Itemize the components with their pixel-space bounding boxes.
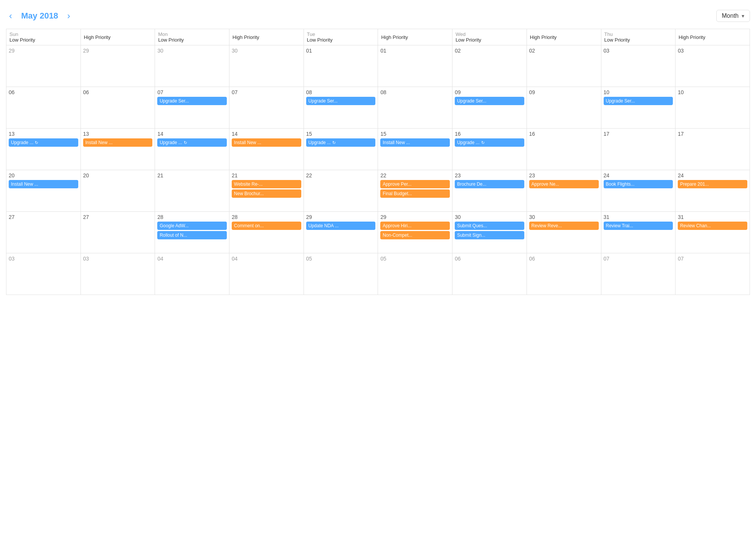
event-label: Install New ... bbox=[234, 140, 261, 145]
date-number: 13 bbox=[83, 131, 153, 137]
calendar-event[interactable]: Comment on... bbox=[232, 222, 301, 230]
calendar-cell: 16 bbox=[527, 129, 601, 170]
date-number: 22 bbox=[380, 172, 450, 178]
col-wed-low: Wed Low Priority bbox=[452, 29, 527, 45]
calendar-cell: 07 bbox=[675, 253, 750, 295]
date-number: 27 bbox=[83, 214, 153, 220]
calendar-event[interactable]: Book Flights... bbox=[604, 180, 673, 188]
view-label: Month bbox=[722, 12, 739, 19]
week-row-2: 13Upgrade ...↻13Install New ...14Upgrade… bbox=[6, 129, 750, 170]
calendar-event[interactable]: Non-Compet... bbox=[380, 231, 450, 239]
event-label: Approve Ne... bbox=[531, 182, 559, 187]
calendar-cell: 13Upgrade ...↻ bbox=[6, 129, 81, 170]
date-number: 03 bbox=[678, 48, 747, 54]
date-number: 06 bbox=[455, 256, 524, 262]
next-month-button[interactable]: › bbox=[64, 9, 73, 23]
calendar-cell: 08Upgrade Ser... bbox=[304, 87, 378, 129]
calendar-event[interactable]: Install New ... bbox=[83, 138, 153, 147]
calendar-event[interactable]: Upgrade Ser... bbox=[455, 97, 524, 105]
calendar-event[interactable]: Rollout of N... bbox=[157, 231, 227, 239]
event-label: Prepare 201... bbox=[680, 182, 709, 187]
date-number: 20 bbox=[83, 172, 153, 178]
header-left: ‹ May 2018 › bbox=[6, 9, 73, 23]
date-number: 14 bbox=[157, 131, 227, 137]
calendar-event[interactable]: Install New ... bbox=[9, 180, 78, 188]
date-number: 09 bbox=[455, 89, 524, 95]
date-number: 15 bbox=[306, 131, 376, 137]
calendar-cell: 17 bbox=[601, 129, 675, 170]
date-number: 06 bbox=[9, 89, 78, 95]
calendar-event[interactable]: Upgrade Ser... bbox=[604, 97, 673, 105]
calendar-event[interactable]: Website Re-... bbox=[232, 180, 301, 188]
calendar-event[interactable]: Upgrade Ser... bbox=[306, 97, 376, 105]
event-label: Upgrade ... bbox=[11, 140, 33, 145]
priority-sun-high: High Priority bbox=[84, 34, 152, 40]
date-number: 30 bbox=[529, 214, 599, 220]
date-number: 06 bbox=[529, 256, 599, 262]
calendar-event[interactable]: Google AdW... bbox=[157, 222, 227, 230]
view-selector[interactable]: Month ▾ bbox=[716, 10, 750, 22]
date-number: 27 bbox=[9, 214, 78, 220]
date-number: 24 bbox=[678, 172, 747, 178]
calendar-cell: 03 bbox=[601, 45, 675, 87]
calendar-event[interactable]: Install New ... bbox=[232, 138, 301, 147]
calendar-cell: 14Upgrade ...↻ bbox=[155, 129, 229, 170]
refresh-icon: ↻ bbox=[35, 140, 38, 145]
event-label: Upgrade Ser... bbox=[457, 98, 486, 104]
day-name-sun: Sun bbox=[9, 31, 77, 37]
week-row-3: 20Install New ...202121Website Re-...New… bbox=[6, 170, 750, 212]
calendar-cell: 09 bbox=[527, 87, 601, 129]
calendar-cell: 05 bbox=[304, 253, 378, 295]
date-number: 15 bbox=[380, 131, 450, 137]
event-label: Comment on... bbox=[234, 223, 264, 228]
calendar-grid: Sun Low Priority High Priority Mon Low P… bbox=[6, 29, 750, 295]
calendar-event[interactable]: Submit Ques... bbox=[455, 222, 524, 230]
event-label: Final Budget... bbox=[383, 191, 412, 196]
calendar-event[interactable]: Upgrade ...↻ bbox=[455, 138, 524, 147]
event-label: Rollout of N... bbox=[160, 233, 187, 238]
calendar-cell: 10Upgrade Ser... bbox=[601, 87, 675, 129]
calendar-cell: 28Comment on... bbox=[229, 212, 304, 253]
calendar-event[interactable]: Install New ... bbox=[380, 138, 450, 147]
calendar-event[interactable]: Upgrade ...↻ bbox=[157, 138, 227, 147]
priority-tue-high: High Priority bbox=[381, 34, 449, 40]
refresh-icon: ↻ bbox=[332, 140, 336, 145]
date-number: 23 bbox=[529, 172, 599, 178]
date-number: 01 bbox=[380, 48, 450, 54]
col-sun-low: Sun Low Priority bbox=[6, 29, 81, 45]
calendar-body: 29293030010102020303060607Upgrade Ser...… bbox=[6, 45, 750, 295]
calendar-event[interactable]: Approve Per... bbox=[380, 180, 450, 188]
date-number: 01 bbox=[306, 48, 376, 54]
calendar-event[interactable]: New Brochur... bbox=[232, 189, 301, 198]
calendar-event[interactable]: Approve Hiri... bbox=[380, 222, 450, 230]
calendar-cell: 15Install New ... bbox=[378, 129, 452, 170]
calendar-cell: 15Upgrade ...↻ bbox=[304, 129, 378, 170]
calendar-event[interactable]: Upgrade Ser... bbox=[157, 97, 227, 105]
date-number: 06 bbox=[83, 89, 153, 95]
calendar-cell: 06 bbox=[452, 253, 527, 295]
prev-icon: ‹ bbox=[9, 11, 12, 21]
event-label: Review Trai... bbox=[606, 223, 634, 228]
event-label: Approve Per... bbox=[383, 182, 411, 187]
calendar-event[interactable]: Upgrade ...↻ bbox=[9, 138, 78, 147]
prev-month-button[interactable]: ‹ bbox=[6, 9, 15, 23]
calendar-event[interactable]: Update NDA ... bbox=[306, 222, 376, 230]
calendar-event[interactable]: Brochure De... bbox=[455, 180, 524, 188]
calendar-event[interactable]: Approve Ne... bbox=[529, 180, 599, 188]
priority-thu-low: Low Priority bbox=[604, 37, 672, 43]
event-label: Upgrade ... bbox=[308, 140, 331, 145]
calendar-event[interactable]: Final Budget... bbox=[380, 189, 450, 198]
event-label: Review Chan... bbox=[680, 223, 711, 228]
calendar-cell: 27 bbox=[6, 212, 81, 253]
calendar-event[interactable]: Upgrade ...↻ bbox=[306, 138, 376, 147]
calendar-event[interactable]: Submit Sign... bbox=[455, 231, 524, 239]
calendar-event[interactable]: Review Reve... bbox=[529, 222, 599, 230]
event-label: Install New ... bbox=[85, 140, 113, 145]
calendar-event[interactable]: Prepare 201... bbox=[678, 180, 747, 188]
calendar-event[interactable]: Review Trai... bbox=[604, 222, 673, 230]
date-number: 22 bbox=[306, 172, 376, 178]
calendar-event[interactable]: Review Chan... bbox=[678, 222, 747, 230]
date-number: 30 bbox=[232, 48, 301, 54]
col-thu-high: High Priority bbox=[675, 29, 750, 45]
calendar-cell: 31Review Trai... bbox=[601, 212, 675, 253]
